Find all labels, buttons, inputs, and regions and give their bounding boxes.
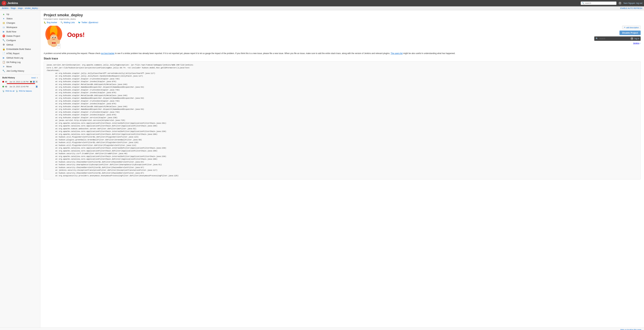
build-history-trend-link[interactable]: trend bbox=[32, 77, 36, 79]
jenkins-logo[interactable]: J Jenkins bbox=[2, 1, 18, 5]
stack-trace-header: Stack trace bbox=[44, 57, 641, 60]
sidebar-item-build-now[interactable]: ▶ Build Now bbox=[0, 29, 40, 34]
sidebar-label-status: Status bbox=[6, 17, 12, 20]
sidebar-label-embeddable: Embeddable Build Status bbox=[6, 48, 31, 50]
rss-all-link[interactable]: 📡 RSS for all bbox=[2, 90, 14, 92]
build-2-num[interactable]: #2 bbox=[5, 86, 8, 88]
header-right: 🔍 ? Nam Nguyen log out bbox=[581, 1, 642, 5]
rss-failures-icon: 📡 bbox=[16, 90, 18, 92]
project-links: 🐛 Bug tracker 🔍 Mailing Lists 🐦 Twitter:… bbox=[44, 21, 641, 24]
breadcrumb-smoke-deploy[interactable]: smoke_deploy bbox=[25, 7, 38, 9]
build-3-date: Jan 19, 2015 11:38 PM bbox=[10, 81, 29, 83]
header-search-input[interactable] bbox=[585, 2, 615, 4]
sidebar-item-git-polling[interactable]: 📋 Git Polling Log bbox=[0, 60, 40, 64]
sidebar-label-html-report: HTML Report bbox=[6, 52, 20, 55]
error-right-panel: Oops! ✏ add description Disable Project … bbox=[67, 26, 641, 44]
build-3-icon-delete[interactable]: ✕ bbox=[36, 81, 38, 83]
header-left: J Jenkins bbox=[2, 1, 18, 5]
breadcrumb-bar: Jenkins › Stage › stage › smoke_deploy ›… bbox=[0, 6, 644, 10]
sidebar-label-configure: Configure bbox=[6, 39, 16, 42]
bug-tracker-icon: 🐛 bbox=[44, 21, 46, 24]
mailing-lists-icon: 🔍 bbox=[60, 21, 63, 24]
sidebar-item-status[interactable]: ● Status bbox=[0, 16, 40, 21]
changes-icon: ▤ bbox=[2, 21, 5, 24]
sidebar: ▲ Up ● Status ▤ Changes 🗂 Workspace ▶ Bu… bbox=[0, 10, 40, 328]
sidebar-label-job-config: Job Config History bbox=[6, 70, 24, 72]
github-hook-icon: ▶ bbox=[2, 56, 5, 59]
user-name-link[interactable]: Nam Nguyen bbox=[624, 2, 635, 4]
sidebar-item-delete-project[interactable]: ⛔ Delete Project bbox=[0, 34, 40, 38]
breadcrumb-sep1: › bbox=[9, 7, 10, 9]
html-report-icon: 📄 bbox=[2, 52, 5, 55]
error-actions: ✏ add description Disable Project 🔍 ? lo… bbox=[594, 26, 641, 44]
sidebar-item-github-hook[interactable]: ▶ GitHub Hook Log bbox=[0, 55, 40, 60]
build-2-date: Jan 19, 2015 10:40 PM bbox=[10, 86, 34, 88]
build-item-2-row: #2 Jan 19, 2015 10:40 PM 👤 bbox=[2, 85, 38, 88]
project-header: Project smoke_deploy Full project name: … bbox=[44, 13, 641, 24]
sidebar-item-changes[interactable]: ▤ Changes bbox=[0, 21, 40, 25]
sidebar-item-embeddable[interactable]: 🔒 Embeddable Build Status bbox=[0, 47, 40, 51]
error-breadcrumb-sep: › bbox=[640, 42, 641, 44]
sidebar-nav: ▲ Up ● Status ▤ Changes 🗂 Workspace ▶ Bu… bbox=[0, 11, 40, 73]
error-login-button[interactable]: log in bbox=[634, 37, 639, 40]
error-bug-tracker-link[interactable]: our bug tracker bbox=[101, 52, 114, 54]
sidebar-item-workspace[interactable]: 🗂 Workspace bbox=[0, 25, 40, 29]
disable-project-button[interactable]: Disable Project bbox=[620, 30, 641, 35]
error-breadcrumb-mini: Jenkins › bbox=[633, 42, 641, 44]
footer: Help us localize this page bbox=[0, 328, 644, 330]
error-search-input[interactable] bbox=[599, 37, 630, 40]
build-3-icons: 📟 👤 ✕ bbox=[30, 81, 38, 83]
build-3-progress-bar bbox=[7, 83, 35, 84]
sidebar-item-html-report[interactable]: 📄 HTML Report bbox=[0, 51, 40, 55]
svg-point-9 bbox=[52, 37, 53, 38]
auto-refresh-link[interactable]: ENABLE AUTO REFRESH bbox=[620, 7, 642, 9]
sidebar-label-build-now: Build Now bbox=[6, 30, 16, 33]
error-users-list-link[interactable]: The users list bbox=[391, 52, 403, 54]
sidebar-label-workspace: Workspace bbox=[6, 26, 17, 28]
breadcrumb-arrow: › bbox=[38, 7, 39, 9]
localize-link[interactable]: Help us localize this page bbox=[620, 329, 641, 330]
sidebar-item-job-config[interactable]: 🔧 Job Config History bbox=[0, 69, 40, 73]
bug-tracker-link[interactable]: 🐛 Bug tracker bbox=[44, 21, 57, 24]
build-3-icon-user[interactable]: 👤 bbox=[32, 81, 35, 83]
delete-icon: ⛔ bbox=[2, 34, 5, 37]
breadcrumb-stage1[interactable]: Stage bbox=[10, 7, 16, 9]
sidebar-item-move[interactable]: ➤ Move bbox=[0, 64, 40, 69]
main-content: Project smoke_deploy Full project name: … bbox=[40, 10, 644, 328]
breadcrumb-jenkins[interactable]: Jenkins bbox=[2, 7, 8, 9]
user-info: Nam Nguyen log out bbox=[624, 2, 642, 4]
sidebar-label-github: GitHub bbox=[6, 43, 13, 46]
sidebar-item-github[interactable]: ⚙ GitHub bbox=[0, 42, 40, 47]
move-icon: ➤ bbox=[2, 65, 5, 68]
bug-tracker-label: Bug tracker bbox=[47, 21, 57, 24]
twitter-link[interactable]: 🐦 Twitter: @jenkinsci bbox=[78, 21, 98, 24]
error-breadcrumb-jenkins[interactable]: Jenkins bbox=[633, 42, 639, 44]
breadcrumb-stage2[interactable]: stage bbox=[18, 7, 23, 9]
mailing-lists-link[interactable]: 🔍 Mailing Lists bbox=[60, 21, 75, 24]
build-2-icon-user[interactable]: 👤 bbox=[36, 85, 38, 88]
trend-icon: ≡ bbox=[36, 76, 38, 79]
configure-icon: 🔧 bbox=[2, 39, 5, 42]
mailing-lists-label: Mailing Lists bbox=[64, 21, 75, 24]
svg-point-13 bbox=[53, 42, 54, 43]
project-subtitle: Full project name: stage/smoke_deploy bbox=[44, 18, 641, 20]
jenkins-error-svg bbox=[44, 26, 64, 49]
github-icon: ⚙ bbox=[2, 43, 5, 46]
pencil-icon: ✏ bbox=[624, 26, 626, 28]
svg-point-6 bbox=[50, 34, 58, 41]
logout-link[interactable]: log out bbox=[636, 2, 642, 4]
error-help-icon[interactable]: ? bbox=[630, 37, 634, 40]
sidebar-label-up: Up bbox=[6, 13, 9, 15]
rss-failures-link[interactable]: 📡 RSS for failures bbox=[16, 90, 32, 92]
oops-heading: Oops! bbox=[67, 31, 85, 38]
sidebar-item-configure[interactable]: 🔧 Configure bbox=[0, 38, 40, 42]
rss-failures-label: RSS for failures bbox=[19, 90, 32, 92]
header-help-icon[interactable]: ? bbox=[618, 2, 622, 5]
error-message-text: A problem occurred while processing the … bbox=[44, 52, 641, 55]
svg-point-10 bbox=[54, 37, 56, 38]
add-description-button[interactable]: ✏ add description bbox=[622, 26, 641, 29]
build-3-num[interactable]: #3 bbox=[5, 81, 8, 83]
sidebar-item-up[interactable]: ▲ Up bbox=[0, 12, 40, 16]
build-3-icon-console[interactable]: 📟 bbox=[30, 81, 32, 83]
rss-all-label: RSS for all bbox=[6, 90, 14, 92]
